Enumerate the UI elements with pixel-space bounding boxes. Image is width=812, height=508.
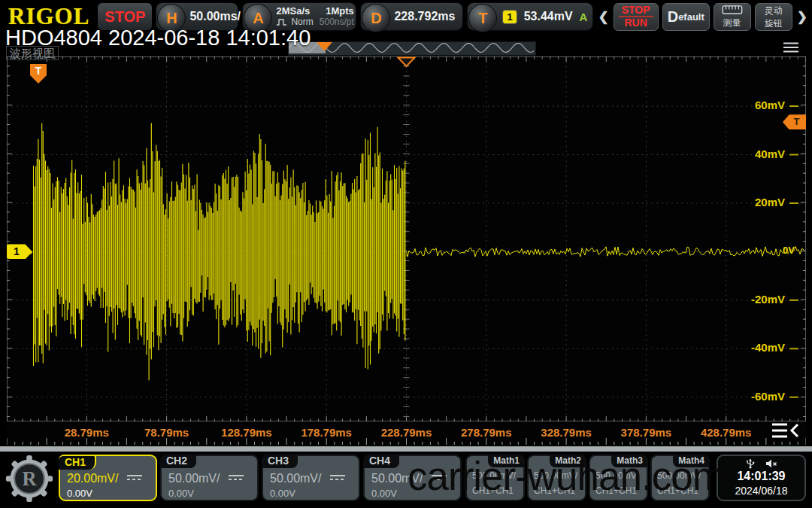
channel-card-ch1[interactable]: CH1 20.00mV/ 0.00V — [59, 455, 157, 501]
horizontal-divider-bar — [0, 446, 812, 452]
usb-icon — [746, 458, 755, 469]
timebase-value: 50.00ms/ — [189, 10, 241, 23]
delay-knob-icon[interactable]: D — [362, 4, 390, 32]
channel-card-ch3[interactable]: CH3 50.00mV/ 0.00V — [262, 455, 360, 501]
overview-thumbnail — [289, 42, 534, 53]
time-tick-label: 78.79ms — [126, 426, 208, 439]
waveform-canvas — [7, 56, 806, 446]
time-tick-label: 328.79ms — [525, 426, 607, 439]
svg-text:R: R — [22, 467, 37, 490]
clock-date: 2024/06/18 — [718, 484, 804, 497]
trigger-source-badge: 1 — [502, 10, 517, 24]
measure-button[interactable]: 测量 — [714, 3, 751, 31]
bottom-channel-bar: R CH1 20.00mV/ 0.00V CH2 50.00mV/ 0.00V … — [0, 452, 812, 508]
clock-time: 14:01:39 — [718, 469, 804, 484]
time-tick-label: 378.79ms — [604, 426, 687, 439]
ch4-offset: 0.00V — [371, 488, 397, 499]
dc-coupling-icon — [229, 475, 244, 482]
ch3-scale: 50.00mV/ — [270, 472, 321, 485]
voltage-tick-label: 20mV — [732, 196, 785, 208]
ch3-tab: CH3 — [262, 455, 298, 468]
default-button[interactable]: Default — [662, 3, 710, 31]
clock-panel[interactable]: 14:01:39 2024/06/18 — [717, 455, 806, 501]
watermark: carrier-wuhan.com — [408, 453, 726, 506]
ch1-offset: 0.00V — [67, 488, 92, 499]
toolbar-scroll-right[interactable]: ❯ — [796, 9, 808, 25]
rigol-gear-logo[interactable]: R — [5, 454, 54, 503]
delay-settings-button[interactable]: D 228.792ms — [360, 2, 463, 31]
dc-coupling-icon — [330, 475, 345, 482]
trigger-settings-button[interactable]: T 1 53.44mV A — [467, 2, 593, 31]
voltage-tick-label: -40mV — [732, 341, 785, 354]
time-tick-label: 428.79ms — [685, 426, 768, 439]
time-tick-label: 128.79ms — [205, 426, 288, 439]
toolbar-scroll-left[interactable]: ❮ — [597, 9, 609, 25]
trigger-level-value: 53.44mV — [524, 10, 573, 23]
sample-rate: 2MSa/s — [276, 6, 313, 17]
oscilloscope-screen: RIGOL STOP H 50.00ms/ A 2MSa/s Norm 1Mpt… — [0, 0, 812, 508]
flex-knob-button[interactable]: 灵动旋钮 — [755, 3, 792, 31]
delay-value: 228.792ms — [394, 10, 455, 23]
trigger-knob-icon[interactable]: T — [468, 4, 497, 32]
dc-coupling-icon — [127, 475, 142, 482]
waveform-plot[interactable]: 60mV40mV20mV-20mV-40mV-60mV 28.79ms78.79… — [7, 56, 806, 446]
plot-menu-icon[interactable] — [771, 421, 802, 443]
ch4-tab: CH4 — [363, 455, 399, 468]
voltage-tick-label: -60mV — [732, 390, 785, 403]
audio-muted-icon — [765, 458, 777, 469]
ch2-tab: CH2 — [160, 455, 196, 468]
voltage-tick-label: -20mV — [732, 293, 785, 306]
stop-run-button[interactable]: STOP RUN — [614, 3, 659, 31]
time-tick-label: 28.79ms — [45, 426, 128, 439]
ch1-tab: CH1 — [59, 455, 96, 470]
voltage-tick-label: 40mV — [732, 148, 785, 160]
waveform-overview-strip[interactable] — [288, 41, 536, 56]
square-wave-icon — [276, 18, 289, 26]
time-tick-label: 278.79ms — [445, 426, 528, 439]
ch2-offset: 0.00V — [168, 488, 194, 499]
voltage-tick-label: 60mV — [732, 99, 785, 111]
subbar-menu-icon[interactable] — [783, 41, 799, 56]
screenshot-title-overlay: HDO4804 2024-06-18 14:01:40 — [5, 26, 311, 50]
ruler-icon — [721, 5, 744, 16]
channel-card-ch2[interactable]: CH2 50.00mV/ 0.00V — [160, 455, 259, 501]
ch3-offset: 0.00V — [270, 488, 295, 499]
time-per-point: 500ns/pt — [320, 17, 354, 27]
trigger-state: A — [580, 11, 588, 23]
zero-volt-label: 0V — [783, 245, 795, 256]
time-tick-label: 178.79ms — [285, 426, 368, 439]
time-tick-label: 228.79ms — [365, 426, 447, 439]
memory-depth: 1Mpts — [326, 6, 354, 17]
ch1-scale: 20.00mV/ — [67, 472, 118, 485]
ch2-scale: 50.00mV/ — [168, 472, 220, 485]
